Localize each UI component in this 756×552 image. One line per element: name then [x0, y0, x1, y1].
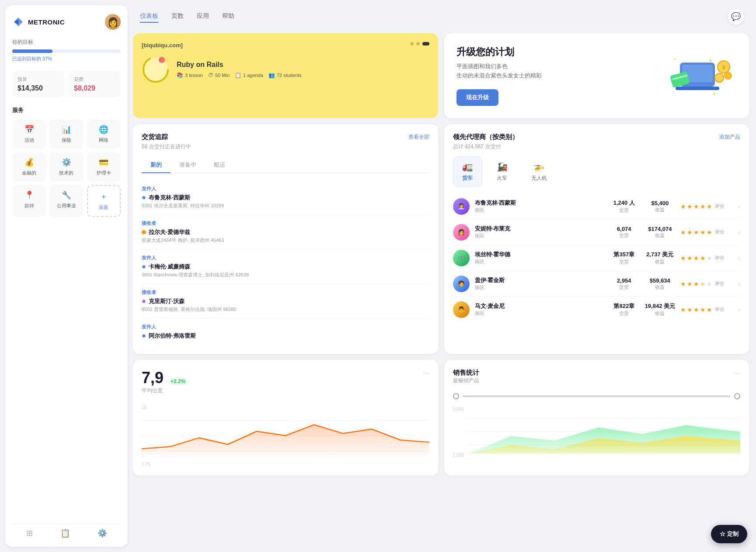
service-item-finance[interactable]: 💰 金融的 [12, 152, 46, 182]
middle-row: 交货追踪 查看全部 56 次交付正在进行中 新的 准备中 船运 发件人 布鲁克林… [133, 124, 749, 354]
sidebar-footer: ⊞ 📋 ⚙️ [12, 524, 121, 538]
truck-icon: 🚛 [462, 161, 473, 172]
layers-icon[interactable]: ⊞ [26, 528, 33, 538]
hospitality-icon: 📍 [24, 190, 34, 200]
chart-y-bottom: 7.75 [142, 462, 429, 467]
agent-name: 盖伊·霍金斯 [475, 276, 604, 284]
tracking-header: 交货追踪 查看全部 [142, 133, 429, 141]
progress-text: 已达到目标的 37% [12, 56, 121, 62]
dot-active [422, 42, 429, 45]
agents-title: 领先代理商（按类别） [453, 133, 519, 141]
service-label: 金融的 [22, 170, 36, 176]
avatar[interactable]: 👩 [105, 14, 121, 30]
budget-value: $14,350 [17, 84, 59, 92]
service-item-activity[interactable]: 📅 活动 [12, 119, 46, 149]
notification-bell[interactable]: 💬 [728, 9, 744, 24]
category-tabs: 🚛 货车 🚂 火车 🚁 无人机 [453, 157, 741, 187]
delivery-addr: 星家大道2464号 梅萨, 新泽西州 45463 [142, 237, 429, 244]
add-icon: ＋ [100, 191, 108, 202]
sales-stats-card: 销售统计 最畅销产品 ··· 3,000 [444, 360, 749, 475]
activity-icon: 📅 [24, 125, 34, 134]
agent-rating: ★★★★★ 评分 [680, 306, 733, 313]
tracking-subtitle: 56 次交付正在进行中 [142, 143, 429, 150]
customize-button[interactable]: ☆ 定制 [711, 525, 747, 543]
location-dot [142, 265, 146, 269]
utility-icon: 🔧 [62, 190, 71, 200]
agent-region: 南区 [475, 284, 604, 291]
svg-text:✦: ✦ [708, 58, 713, 64]
agent-row-5: 👨 马文·麦金尼 南区 第822章 交货 19,842 美元 收益 ★★★★ [453, 297, 741, 322]
course-circle-svg [142, 56, 170, 84]
service-item-utility[interactable]: 🔧 公用事业 [49, 185, 83, 217]
document-icon[interactable]: 📋 [60, 528, 70, 538]
sales-more-menu[interactable]: ··· [734, 369, 740, 378]
agent-arrow[interactable]: › [738, 203, 740, 210]
agent-arrow[interactable]: › [738, 280, 740, 287]
delivery-role: 发件人 [142, 255, 429, 261]
range-handle-right[interactable] [734, 393, 740, 399]
budget-row: 预算 $14,350 花费 $8,029 [12, 71, 121, 98]
upgrade-content: 升级您的计划 平面插图和我们多色 生动的未混合紫色头发女士的精彩 现在升级 [456, 45, 667, 106]
avg-value: 7,9 +2.2% [142, 369, 189, 387]
upgrade-svg: $ ✦ ✦ ✦ [667, 49, 737, 102]
tracking-tabs: 新的 准备中 船运 [142, 157, 429, 173]
service-label: 保险 [62, 137, 71, 143]
agent-revenue: 2,737 美元 收益 [645, 251, 675, 265]
agent-region: 南区 [475, 310, 604, 317]
cat-tab-truck[interactable]: 🚛 货车 [453, 157, 482, 187]
service-item-tech[interactable]: ⚙️ 技术的 [49, 152, 83, 182]
sales-subtitle: 最畅销产品 [453, 377, 479, 384]
tab-shipping[interactable]: 船运 [205, 157, 234, 173]
services-title: 服务 [12, 106, 121, 114]
settings-icon[interactable]: ⚙️ [98, 528, 107, 538]
agent-avatar: 🧑 [453, 276, 470, 292]
nav-apps[interactable]: 应用 [197, 10, 209, 23]
agent-deliveries: 第357章 交货 [609, 251, 639, 265]
service-item-insurance[interactable]: 📊 保险 [49, 119, 83, 149]
nav-pages[interactable]: 页数 [171, 10, 184, 23]
avg-position-card: 7,9 +2.2% 平均位置 ··· 10 [133, 360, 438, 475]
agent-arrow[interactable]: › [738, 306, 740, 313]
cat-label: 火车 [497, 175, 507, 182]
sales-chart-area: 3,000 2,500 [453, 405, 741, 459]
agent-deliveries: 1,240 人 交货 [609, 199, 639, 213]
service-item-hospitality[interactable]: 📍 款待 [12, 185, 46, 217]
service-label: 公用事业 [57, 203, 76, 209]
sales-chart-svg [467, 405, 740, 458]
svg-text:✦: ✦ [673, 57, 676, 61]
svg-text:✦: ✦ [713, 91, 716, 96]
tracking-card: 交货追踪 查看全部 56 次交付正在进行中 新的 准备中 船运 发件人 布鲁克林… [133, 124, 438, 354]
service-item-network[interactable]: 🌐 网络 [87, 119, 121, 149]
dot2 [416, 42, 420, 45]
tab-preparing[interactable]: 准备中 [171, 157, 205, 173]
upgrade-button[interactable]: 现在升级 [456, 89, 498, 106]
range-handle-left[interactable] [453, 393, 459, 399]
delivery-name: 克里斯汀·沃森 [142, 297, 429, 305]
delivery-role: 接收者 [142, 289, 429, 296]
service-item-add[interactable]: ＋ 添新 [87, 185, 121, 217]
nav-help[interactable]: 帮助 [222, 10, 234, 23]
range-slider[interactable] [463, 395, 731, 397]
delivery-name: 布鲁克林·西蒙斯 [142, 194, 429, 202]
delivery-name: 阿尔伯特·弗洛雷斯 [142, 332, 429, 340]
service-item-card[interactable]: 💳 护理卡 [87, 152, 121, 182]
cat-tab-train[interactable]: 🚂 火车 [488, 157, 517, 187]
cat-tab-drone[interactable]: 🚁 无人机 [522, 157, 556, 187]
agent-arrow[interactable]: › [738, 229, 740, 236]
nav-dashboard[interactable]: 仪表板 [140, 10, 158, 23]
finance-icon: 💰 [24, 157, 34, 167]
agent-rating: ★★★★★ 评分 [680, 255, 733, 262]
view-all-link[interactable]: 查看全部 [408, 133, 429, 141]
cat-label: 无人机 [531, 175, 547, 182]
agent-row-1: 👩‍💼 布鲁克林·西蒙斯 南区 1,240 人 交货 $5,400 收益 [453, 194, 741, 220]
agent-rating: ★★★★★ 评分 [680, 280, 733, 287]
services-grid: 📅 活动 📊 保险 🌐 网络 💰 金融的 ⚙️ 技术的 💳 护理卡 📍 款待 � [12, 119, 121, 217]
upgrade-illustration: $ ✦ ✦ ✦ [667, 49, 737, 102]
progress-bar-fill [12, 49, 52, 53]
agent-arrow[interactable]: › [738, 255, 740, 262]
more-menu[interactable]: ··· [422, 369, 429, 378]
add-product-button[interactable]: 添加产品 [719, 133, 740, 141]
agent-revenue: $5,400 收益 [645, 200, 675, 213]
tab-new[interactable]: 新的 [142, 157, 171, 173]
agent-row-4: 🧑 盖伊·霍金斯 南区 2,954 交货 $59,634 收益 ★★★★★ [453, 271, 741, 297]
